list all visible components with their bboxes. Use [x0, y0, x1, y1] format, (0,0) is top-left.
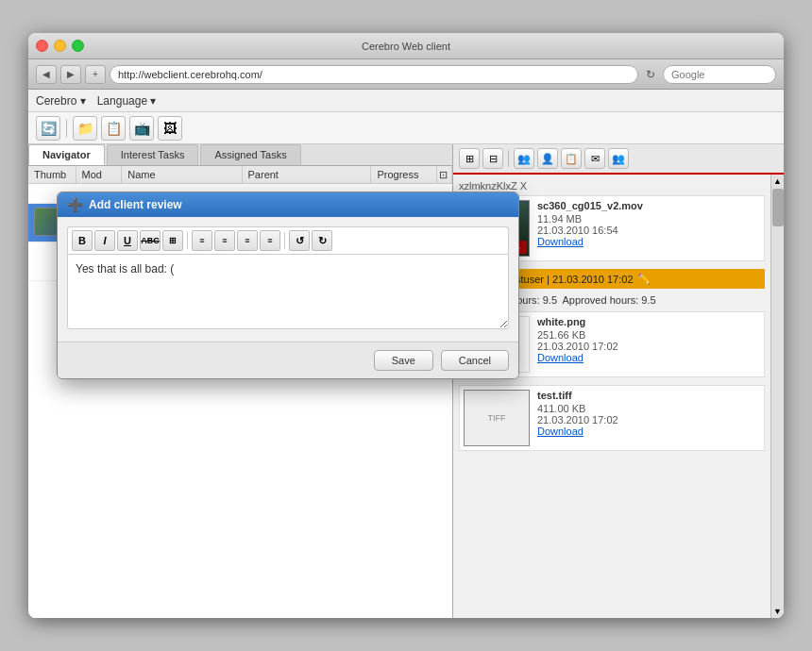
align-left-button[interactable]: ≡	[192, 230, 212, 251]
url-input[interactable]	[110, 65, 638, 84]
italic-button[interactable]: I	[94, 230, 115, 251]
modal-footer: Save Cancel	[58, 342, 518, 378]
modal-body: B I U ABC ⊞ ≡ ≡ ≡ ≡ ↺ ↻	[58, 217, 518, 342]
modal-overlay: ➕ Add client review B I U ABC ⊞ ≡ ≡	[28, 144, 784, 618]
language-menu[interactable]: Language ▾	[97, 94, 157, 108]
window-title: Cerebro Web client	[362, 41, 450, 52]
cerebro-menu[interactable]: Cerebro ▾	[36, 94, 86, 108]
maximize-button[interactable]	[72, 40, 84, 52]
editor-sep-1	[187, 232, 188, 249]
toolbar-btn-2[interactable]: 📁	[73, 116, 97, 141]
main-toolbar: 🔄 📁 📋 📺 🖼	[28, 112, 784, 144]
search-input[interactable]	[663, 65, 776, 84]
redo-button[interactable]: ↻	[312, 230, 332, 251]
modal-title: Add client review	[89, 198, 182, 211]
modal-title-bar: ➕ Add client review	[58, 192, 518, 217]
table-button[interactable]: ⊞	[162, 230, 183, 251]
toolbar-btn-3[interactable]: 📋	[101, 116, 126, 141]
toolbar-btn-4[interactable]: 📺	[129, 116, 154, 141]
traffic-lights	[36, 40, 84, 52]
underline-button[interactable]: U	[117, 230, 138, 251]
forward-button[interactable]: ▶	[60, 65, 81, 84]
new-tab-button[interactable]: +	[85, 65, 106, 84]
minimize-button[interactable]	[54, 40, 66, 52]
main-content: Navigator Interest Tasks Assigned Tasks …	[28, 144, 784, 618]
modal-icon: ➕	[67, 197, 83, 212]
title-bar: Cerebro Web client	[28, 33, 784, 59]
toolbar-btn-5[interactable]: 🖼	[158, 116, 182, 141]
toolbar-sep-1	[66, 119, 67, 138]
editor-toolbar: B I U ABC ⊞ ≡ ≡ ≡ ≡ ↺ ↻	[67, 226, 509, 254]
strikethrough-button[interactable]: ABC	[140, 230, 161, 251]
close-button[interactable]	[36, 40, 48, 52]
toolbar-btn-1[interactable]: 🔄	[36, 116, 60, 141]
menu-bar: Cerebro ▾ Language ▾	[28, 90, 784, 112]
add-client-review-modal: ➕ Add client review B I U ABC ⊞ ≡ ≡	[57, 192, 519, 379]
undo-button[interactable]: ↺	[289, 230, 310, 251]
editor-sep-2	[284, 232, 285, 249]
align-right-button[interactable]: ≡	[237, 230, 258, 251]
browser-window: Cerebro Web client ◀ ▶ + ↻ Cerebro ▾ Lan…	[28, 33, 784, 618]
cancel-button[interactable]: Cancel	[441, 350, 509, 371]
align-center-button[interactable]: ≡	[214, 230, 235, 251]
justify-button[interactable]: ≡	[260, 230, 280, 251]
save-button[interactable]: Save	[374, 350, 433, 371]
nav-bar: ◀ ▶ + ↻	[28, 59, 784, 90]
refresh-button[interactable]: ↻	[642, 65, 659, 84]
bold-button[interactable]: B	[72, 230, 93, 251]
back-button[interactable]: ◀	[36, 65, 57, 84]
review-editor[interactable]: Yes that is all bad: (	[67, 254, 509, 329]
